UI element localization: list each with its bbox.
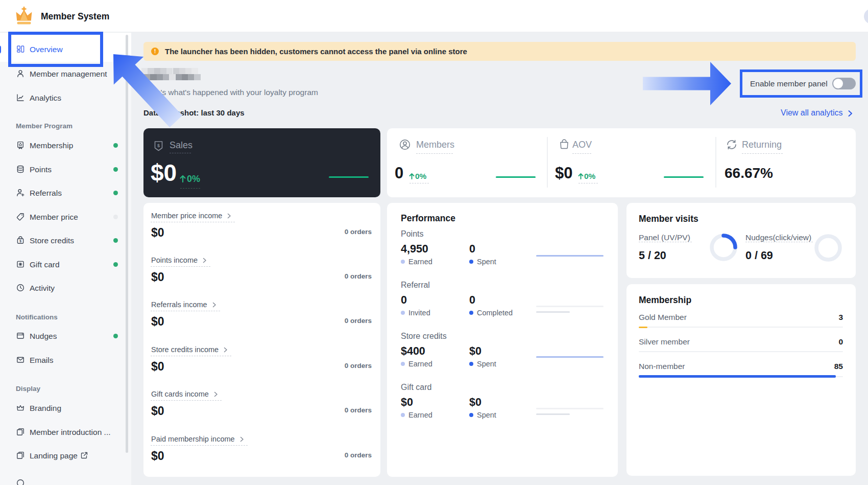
svg-text:$: $ — [19, 239, 21, 243]
svg-text:$: $ — [157, 143, 160, 148]
